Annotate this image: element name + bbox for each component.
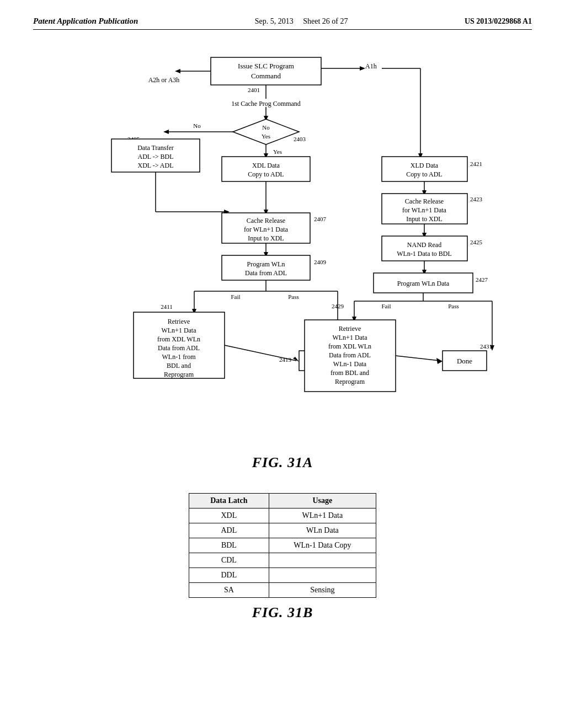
svg-text:Data from ADL: Data from ADL [158,344,200,352]
usage-cell: WLn+1 Data [269,508,376,523]
svg-text:Pass: Pass [288,293,299,300]
svg-text:from XDL WLn: from XDL WLn [328,342,371,350]
svg-text:2429: 2429 [332,303,344,309]
sheet-info: Sheet 26 of 27 [303,17,348,25]
svg-line-68 [225,345,296,361]
svg-text:XDL Data: XDL Data [252,162,280,169]
table-row: DDL [189,568,376,583]
diagram-area: Issue SLC Program Command A2h or A3h A1h… [33,52,532,621]
svg-line-115 [396,356,440,361]
page-header: Patent Application Publication Sep. 5, 2… [33,17,532,30]
svg-text:WLn-1 from: WLn-1 from [162,353,196,361]
table-row: XDLWLn+1 Data [189,508,376,523]
data-latch-table: Data Latch Usage XDLWLn+1 DataADLWLn Dat… [189,493,376,598]
svg-text:WLn-1 Data: WLn-1 Data [333,360,367,368]
usage-cell [269,553,376,568]
svg-text:No: No [262,124,270,131]
svg-text:Input to XDL: Input to XDL [248,234,284,242]
svg-text:BDL and: BDL and [167,362,191,370]
svg-text:Issue SLC Program: Issue SLC Program [238,62,294,70]
page: Patent Application Publication Sep. 5, 2… [0,0,565,728]
svg-text:WLn+1 Data: WLn+1 Data [332,334,367,341]
svg-text:Copy to ADL: Copy to ADL [406,170,442,178]
svg-text:Reprogram: Reprogram [164,371,194,378]
svg-text:WLn+1 Data: WLn+1 Data [161,326,196,334]
fig31a-flowchart: Issue SLC Program Command A2h or A3h A1h… [56,52,509,449]
table-row: BDLWLn-1 Data Copy [189,538,376,553]
data-latch-cell: SA [189,583,269,598]
svg-text:2421: 2421 [470,160,482,167]
svg-text:2423: 2423 [470,196,483,202]
svg-text:2403: 2403 [294,136,306,142]
svg-text:Retrieve: Retrieve [168,318,190,325]
data-latch-cell: ADL [189,523,269,538]
svg-text:Done: Done [457,357,472,365]
svg-text:Data from ADL: Data from ADL [329,351,371,359]
svg-text:2427: 2427 [476,276,488,283]
svg-text:NAND Read: NAND Read [407,241,441,249]
data-latch-cell: BDL [189,538,269,553]
svg-text:Program WLn Data: Program WLn Data [397,280,450,287]
publication-date: Sep. 5, 2013 [255,17,294,25]
svg-text:2411: 2411 [161,303,173,310]
svg-text:from BDL and: from BDL and [331,369,369,377]
svg-text:1st Cache Prog Command: 1st Cache Prog Command [231,100,301,108]
publication-title: Patent Application Publication [33,17,138,26]
svg-text:Yes: Yes [262,133,270,140]
svg-text:XLD Data: XLD Data [411,162,439,169]
usage-cell: WLn-1 Data Copy [269,538,376,553]
svg-marker-14 [233,119,299,144]
svg-text:XDL -> ADL: XDL -> ADL [138,162,174,169]
svg-text:ADL -> BDL: ADL -> BDL [138,153,174,160]
svg-marker-18 [163,130,169,134]
svg-text:A2h or A3h: A2h or A3h [148,76,180,84]
fig31a-label: FIG. 31A [252,454,313,471]
svg-text:for WLn+1 Data: for WLn+1 Data [402,206,447,214]
svg-text:No: No [193,122,201,129]
svg-marker-5 [175,69,180,73]
svg-text:2409: 2409 [314,259,327,265]
svg-text:WLn-1 Data to BDL: WLn-1 Data to BDL [397,250,452,258]
svg-text:Yes: Yes [273,148,282,155]
usage-cell: WLn Data [269,523,376,538]
svg-text:2401: 2401 [248,87,260,93]
svg-text:Fail: Fail [231,293,240,300]
svg-text:Fail: Fail [381,303,391,309]
svg-text:Retrieve: Retrieve [339,325,361,333]
svg-marker-116 [436,358,443,364]
table-row: ADLWLn Data [189,523,376,538]
svg-text:Reprogram: Reprogram [335,378,365,386]
svg-text:Copy to ADL: Copy to ADL [248,170,284,178]
data-latch-cell: CDL [189,553,269,568]
svg-text:for WLn+1 Data: for WLn+1 Data [244,226,289,233]
svg-text:Input to XDL: Input to XDL [406,215,442,223]
svg-text:A1h: A1h [365,62,377,70]
fig31b-section: Data Latch Usage XDLWLn+1 DataADLWLn Dat… [189,493,376,621]
svg-text:from XDL WLn: from XDL WLn [157,335,200,343]
svg-text:Cache Release: Cache Release [247,217,285,224]
svg-text:2425: 2425 [470,239,483,245]
svg-text:Program WLn: Program WLn [247,260,285,268]
svg-text:Command: Command [251,72,281,80]
svg-text:2407: 2407 [314,216,327,222]
svg-text:Data Transfer: Data Transfer [137,144,174,152]
fig31b-label: FIG. 31B [252,604,313,621]
col-header-usage: Usage [269,494,376,508]
table-row: SASensing [189,583,376,598]
table-row: CDL [189,553,376,568]
svg-text:Pass: Pass [448,303,459,309]
usage-cell [269,568,376,583]
svg-text:Cache Release: Cache Release [405,197,444,205]
svg-marker-8 [360,66,365,71]
data-latch-cell: XDL [189,508,269,523]
data-latch-cell: DDL [189,568,269,583]
col-header-data-latch: Data Latch [189,494,269,508]
usage-cell: Sensing [269,583,376,598]
svg-text:2431: 2431 [480,343,492,350]
svg-text:Data from ADL: Data from ADL [245,269,287,277]
publication-number: US 2013/0229868 A1 [465,17,532,26]
publication-date-sheet: Sep. 5, 2013 Sheet 26 of 27 [255,17,348,26]
